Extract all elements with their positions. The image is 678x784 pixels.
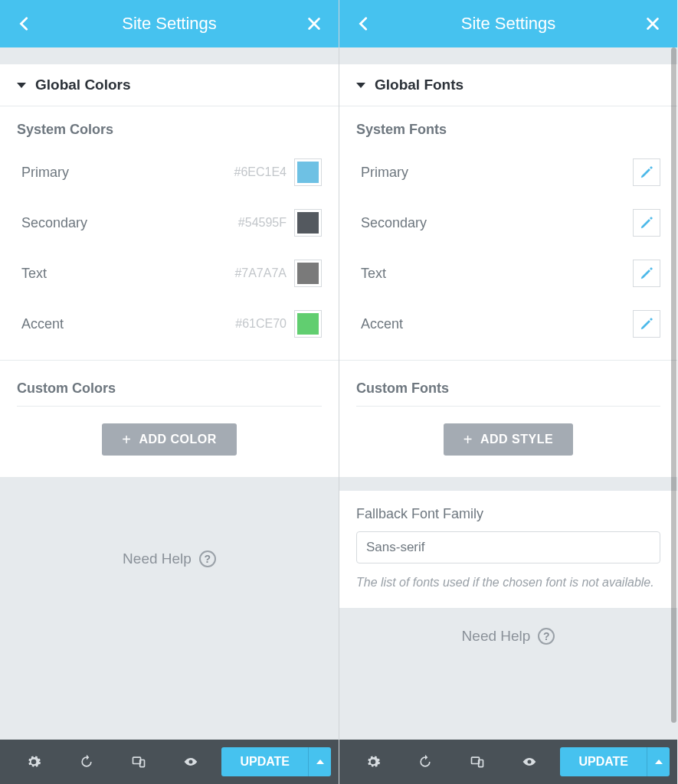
system-colors-section: System Colors Primary #6EC1E4 Secondary …: [0, 106, 339, 361]
font-name: Primary: [356, 165, 633, 181]
color-name: Primary: [17, 165, 234, 181]
color-name: Secondary: [17, 215, 238, 231]
header-title: Site Settings: [122, 14, 217, 34]
close-icon: [306, 15, 323, 32]
color-swatch[interactable]: [294, 310, 322, 338]
help-row[interactable]: Need Help ?: [0, 531, 339, 587]
fallback-description: The list of fonts used if the chosen fon…: [356, 574, 660, 591]
eye-icon: [183, 754, 198, 769]
spacer: [0, 47, 339, 64]
update-button[interactable]: UPDATE: [560, 747, 647, 776]
devices-icon: [470, 754, 485, 769]
font-name: Text: [356, 266, 633, 282]
history-icon: [79, 754, 94, 769]
edit-font-button[interactable]: [633, 158, 660, 186]
color-name: Accent: [17, 316, 235, 332]
update-button[interactable]: UPDATE: [221, 747, 308, 776]
header: Site Settings: [0, 0, 339, 47]
accordion-header-fonts[interactable]: Global Fonts: [339, 64, 677, 106]
pencil-icon: [640, 216, 653, 230]
color-swatch[interactable]: [294, 260, 322, 287]
close-button[interactable]: [303, 13, 325, 34]
font-name: Secondary: [356, 215, 633, 231]
edit-font-button[interactable]: [633, 209, 660, 237]
font-row-accent: Accent: [356, 299, 660, 349]
add-style-label: ADD STYLE: [480, 433, 553, 446]
plus-icon: +: [122, 431, 131, 449]
plus-icon: +: [463, 431, 473, 449]
section-title: Global Colors: [35, 77, 131, 93]
fallback-font-input[interactable]: [356, 531, 660, 564]
color-swatch[interactable]: [294, 209, 322, 237]
color-hex: #7A7A7A: [234, 266, 287, 280]
back-button[interactable]: [353, 13, 375, 34]
history-icon: [418, 754, 433, 769]
preview-button[interactable]: [503, 754, 555, 769]
devices-icon: [131, 754, 146, 769]
caret-up-icon: [316, 760, 324, 764]
font-row-text: Text: [356, 248, 660, 299]
settings-button[interactable]: [8, 754, 60, 769]
panel-colors: Site Settings Global Colors System Color…: [0, 0, 339, 784]
spacer: [339, 47, 677, 64]
chevron-left-icon: [355, 15, 372, 32]
color-row-secondary: Secondary #54595F: [17, 198, 322, 248]
color-hex: #6EC1E4: [234, 165, 287, 179]
color-hex: #54595F: [238, 216, 287, 230]
font-row-secondary: Secondary: [356, 198, 660, 248]
add-color-label: ADD COLOR: [139, 433, 216, 446]
edit-font-button[interactable]: [633, 310, 660, 338]
history-button[interactable]: [399, 754, 451, 769]
pencil-icon: [640, 266, 653, 280]
help-row[interactable]: Need Help ?: [339, 608, 677, 665]
responsive-button[interactable]: [451, 754, 503, 769]
swatch-inner: [297, 212, 319, 234]
add-color-button[interactable]: + ADD COLOR: [102, 423, 237, 456]
section-title: Global Fonts: [375, 77, 463, 93]
system-fonts-section: System Fonts Primary Secondary Text Acce…: [339, 106, 677, 361]
header: Site Settings: [339, 0, 677, 47]
help-text: Need Help: [123, 550, 192, 567]
scrollbar[interactable]: [671, 47, 676, 723]
gear-icon: [26, 754, 41, 769]
custom-fonts-section: Custom Fonts + ADD STYLE: [339, 361, 677, 477]
add-style-button[interactable]: + ADD STYLE: [444, 423, 573, 456]
footer: UPDATE: [339, 740, 677, 784]
eye-icon: [522, 754, 537, 769]
gear-icon: [365, 754, 381, 769]
custom-fonts-heading: Custom Fonts: [356, 381, 660, 397]
color-row-primary: Primary #6EC1E4: [17, 147, 322, 198]
update-options-button[interactable]: [647, 747, 670, 776]
help-icon: ?: [538, 628, 555, 645]
close-button[interactable]: [642, 13, 663, 34]
accordion-header-colors[interactable]: Global Colors: [0, 64, 339, 106]
help-text: Need Help: [462, 628, 531, 645]
preview-button[interactable]: [165, 754, 217, 769]
font-row-primary: Primary: [356, 147, 660, 198]
responsive-button[interactable]: [113, 754, 165, 769]
custom-colors-heading: Custom Colors: [17, 381, 322, 397]
back-button[interactable]: [14, 13, 35, 34]
fallback-label: Fallback Font Family: [356, 506, 660, 522]
history-button[interactable]: [60, 754, 112, 769]
color-swatch[interactable]: [294, 158, 322, 186]
update-group: UPDATE: [560, 747, 670, 776]
chevron-left-icon: [16, 15, 33, 32]
system-colors-heading: System Colors: [17, 122, 322, 138]
panel-fonts: Site Settings Global Fonts System Fonts …: [339, 0, 677, 784]
caret-down-icon: [17, 83, 26, 88]
swatch-inner: [297, 313, 319, 335]
settings-button[interactable]: [347, 754, 399, 769]
caret-up-icon: [655, 760, 663, 764]
help-icon: ?: [199, 550, 216, 567]
header-title: Site Settings: [461, 14, 556, 34]
update-options-button[interactable]: [308, 747, 331, 776]
color-hex: #61CE70: [235, 317, 287, 331]
color-row-text: Text #7A7A7A: [17, 248, 322, 299]
swatch-inner: [297, 263, 319, 284]
custom-colors-section: Custom Colors + ADD COLOR: [0, 361, 339, 477]
edit-font-button[interactable]: [633, 260, 660, 287]
pencil-icon: [640, 165, 653, 179]
fallback-section: Fallback Font Family The list of fonts u…: [339, 491, 677, 608]
footer: UPDATE: [0, 740, 339, 784]
